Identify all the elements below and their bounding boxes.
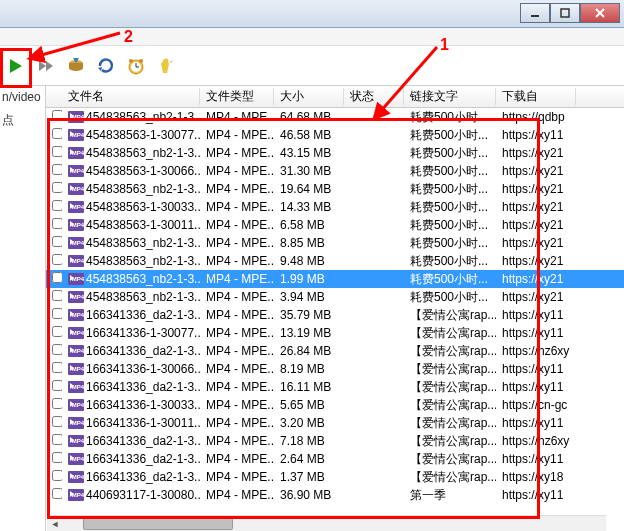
mp4-icon: MP4 — [68, 237, 84, 249]
col-status[interactable]: 状态 — [344, 88, 404, 105]
download-text: https://cn-gc — [496, 398, 576, 412]
table-row[interactable]: MP4166341336_da2-1-3...MP4 - MPE...1.37 … — [46, 468, 624, 486]
filename-text: 454838563_nb2-1-3... — [86, 146, 200, 160]
col-filename[interactable]: 文件名 — [62, 88, 200, 105]
size-text: 3.94 MB — [274, 290, 344, 304]
row-checkbox[interactable] — [52, 128, 62, 139]
table-row[interactable]: MP4166341336-1-30011...MP4 - MPE...3.20 … — [46, 414, 624, 432]
filename-text: 166341336_da2-1-3... — [86, 434, 200, 448]
mp4-icon: MP4 — [68, 489, 84, 501]
row-checkbox[interactable] — [52, 218, 62, 229]
table-row[interactable]: MP4166341336_da2-1-3...MP4 - MPE...26.84… — [46, 342, 624, 360]
filetype-text: MP4 - MPE... — [200, 452, 274, 466]
linktext-text: 耗费500小时... — [404, 271, 496, 288]
linktext-text: 第一季 — [404, 487, 496, 504]
filename-text: 454838563_nb2-1-3... — [86, 236, 200, 250]
size-text: 2.64 MB — [274, 452, 344, 466]
row-checkbox[interactable] — [52, 344, 62, 355]
minimize-button[interactable] — [520, 3, 550, 23]
sidebar-item[interactable]: 点 — [2, 112, 43, 129]
table-row[interactable]: MP4454838563-1-30033...MP4 - MPE...14.33… — [46, 198, 624, 216]
row-checkbox[interactable] — [52, 434, 62, 445]
size-text: 19.64 MB — [274, 182, 344, 196]
row-checkbox[interactable] — [52, 326, 62, 337]
table-row[interactable]: MP4454838563_nb2-1-3...MP4 - MPE...9.48 … — [46, 252, 624, 270]
scrollbar-thumb[interactable] — [83, 518, 233, 530]
table-row[interactable]: MP4440693117-1-30080...MP4 - MPE...36.90… — [46, 486, 624, 504]
size-text: 43.15 MB — [274, 146, 344, 160]
scroll-left-icon[interactable]: ◄ — [47, 517, 63, 531]
linktext-text: 耗费500小时... — [404, 145, 496, 162]
download-text: https://xy21 — [496, 290, 576, 304]
linktext-text: 耗费500小时... — [404, 289, 496, 306]
row-checkbox[interactable] — [52, 452, 62, 463]
table-row[interactable]: MP4454838563-1-30011...MP4 - MPE...6.58 … — [46, 216, 624, 234]
col-filetype[interactable]: 文件类型 — [200, 88, 274, 105]
size-text: 16.11 MB — [274, 380, 344, 394]
row-checkbox[interactable] — [52, 254, 62, 265]
annotation-label-2: 2 — [124, 28, 133, 46]
filetype-text: MP4 - MPE... — [200, 290, 274, 304]
table-row[interactable]: MP4166341336-1-30066...MP4 - MPE...8.19 … — [46, 360, 624, 378]
mp4-icon: MP4 — [68, 255, 84, 267]
row-checkbox[interactable] — [52, 272, 62, 283]
row-checkbox[interactable] — [52, 290, 62, 301]
mp4-icon: MP4 — [68, 273, 84, 285]
row-checkbox[interactable] — [52, 146, 62, 157]
linktext-text: 【爱情公寓rap... — [404, 415, 496, 432]
row-checkbox[interactable] — [52, 362, 62, 373]
filename-text: 440693117-1-30080... — [86, 488, 200, 502]
filetype-text: MP4 - MPE... — [200, 398, 274, 412]
row-checkbox[interactable] — [52, 308, 62, 319]
play-button[interactable] — [4, 54, 28, 78]
sidebar-item[interactable]: n/video — [2, 90, 43, 104]
refresh-button[interactable] — [94, 54, 118, 78]
disk-button[interactable] — [64, 54, 88, 78]
row-checkbox[interactable] — [52, 380, 62, 391]
table-row[interactable]: MP4454838563_nb2-1-3...MP4 - MPE...3.94 … — [46, 288, 624, 306]
table-row[interactable]: MP4454838563_nb2-1-3...MP4 - MPE...43.15… — [46, 144, 624, 162]
filename-text: 166341336-1-30011... — [86, 416, 200, 430]
clock-button[interactable] — [124, 54, 148, 78]
wizard-button[interactable] — [154, 54, 178, 78]
table-row[interactable]: MP4166341336_da2-1-3...MP4 - MPE...2.64 … — [46, 450, 624, 468]
col-linktext[interactable]: 链接文字 — [404, 88, 496, 105]
table-row[interactable]: MP4166341336-1-30077...MP4 - MPE...13.19… — [46, 324, 624, 342]
col-size[interactable]: 大小 — [274, 88, 344, 105]
row-checkbox[interactable] — [52, 236, 62, 247]
table-row[interactable]: MP4454838563-1-30077...MP4 - MPE...46.58… — [46, 126, 624, 144]
filename-text: 166341336_da2-1-3... — [86, 380, 200, 394]
row-checkbox[interactable] — [52, 200, 62, 211]
table-row[interactable]: MP4454838563-1-30066...MP4 - MPE...31.30… — [46, 162, 624, 180]
size-text: 7.18 MB — [274, 434, 344, 448]
filename-text: 166341336_da2-1-3... — [86, 344, 200, 358]
row-checkbox[interactable] — [52, 416, 62, 427]
table-row[interactable]: MP4454838563_nb2-1-3...MP4 - MPE...8.85 … — [46, 234, 624, 252]
table-row[interactable]: MP4454838563_nb2-1-3...MP4 - MPE...19.64… — [46, 180, 624, 198]
row-checkbox[interactable] — [52, 470, 62, 481]
mp4-icon: MP4 — [68, 147, 84, 159]
table-row[interactable]: MP4166341336_da2-1-3...MP4 - MPE...16.11… — [46, 378, 624, 396]
forward-button[interactable] — [34, 54, 58, 78]
svg-marker-9 — [98, 67, 102, 71]
linktext-text: 【爱情公寓rap... — [404, 307, 496, 324]
row-checkbox[interactable] — [52, 182, 62, 193]
linktext-text: 【爱情公寓rap... — [404, 433, 496, 450]
table-row[interactable]: MP4166341336_da2-1-3...MP4 - MPE...35.79… — [46, 306, 624, 324]
col-downloadfrom[interactable]: 下载自 — [496, 88, 576, 105]
file-table: 文件名 文件类型 大小 状态 链接文字 下载自 MP4454838563_nb2… — [46, 86, 624, 531]
table-row[interactable]: MP4454838563_nb2-1-3...MP4 - MPE...64.68… — [46, 108, 624, 126]
svg-marker-5 — [39, 61, 46, 71]
table-row[interactable]: MP4454838563_nb2-1-3...MP4 - MPE...1.99 … — [46, 270, 624, 288]
row-checkbox[interactable] — [52, 488, 62, 499]
row-checkbox[interactable] — [52, 164, 62, 175]
table-row[interactable]: MP4166341336_da2-1-3...MP4 - MPE...7.18 … — [46, 432, 624, 450]
filename-text: 454838563_nb2-1-3... — [86, 182, 200, 196]
table-row[interactable]: MP4166341336-1-30033...MP4 - MPE...5.65 … — [46, 396, 624, 414]
row-checkbox[interactable] — [52, 398, 62, 409]
horizontal-scrollbar[interactable]: ◄ — [47, 515, 606, 531]
size-text: 8.85 MB — [274, 236, 344, 250]
row-checkbox[interactable] — [52, 110, 62, 121]
maximize-button[interactable] — [550, 3, 580, 23]
close-button[interactable] — [580, 3, 620, 23]
